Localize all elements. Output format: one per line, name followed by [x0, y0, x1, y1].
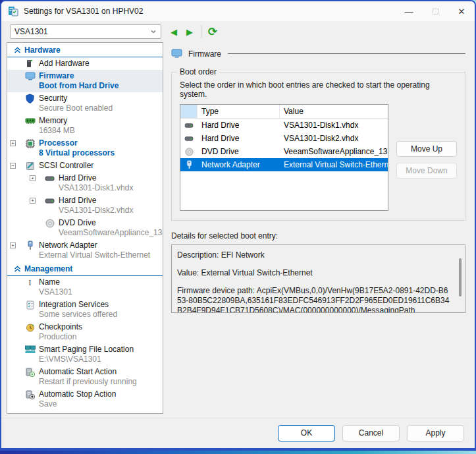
memory-icon: [24, 116, 36, 126]
item-sub: Secure Boot enabled: [39, 103, 113, 113]
hard-drive-icon: [44, 173, 55, 183]
smart-paging-icon: [24, 345, 36, 355]
details-scrollbar[interactable]: [459, 258, 462, 297]
item-label: DVD Drive: [59, 218, 163, 228]
navigate-forward-button[interactable]: ▶: [186, 28, 193, 36]
value-column-header[interactable]: Value: [280, 105, 388, 118]
chevron-down-icon: [150, 28, 157, 35]
boot-order-table[interactable]: Type Value Hard Drive VSA1301-Disk1.vhdx…: [180, 104, 388, 211]
sidebar-item-security[interactable]: Security Secure Boot enabled: [7, 92, 163, 115]
maximize-button: [422, 1, 448, 21]
sidebar-item-smart-paging[interactable]: Smart Paging File Location E:\VMS\VSA130…: [7, 343, 163, 366]
sidebar-item-hard-drive-2[interactable]: + Hard Drive VSA1301-Disk2.vhdx: [7, 194, 163, 217]
sidebar-item-add-hardware[interactable]: Add Hardware: [7, 57, 163, 70]
automatic-stop-icon: [24, 389, 36, 399]
collapse-chevron-icon[interactable]: [14, 266, 21, 273]
minimize-button[interactable]: —: [396, 1, 422, 21]
boot-entry-network-adapter[interactable]: Network Adapter External Virtual Switch-…: [180, 158, 388, 171]
item-sub: Restart if previously running: [39, 377, 137, 387]
processor-icon: [24, 138, 36, 148]
collapse-chevron-icon[interactable]: [14, 47, 21, 54]
vm-toolbar: VSA1301 ◀ ▶ ⟳: [1, 21, 475, 42]
dialog-footer: OK Cancel Apply: [1, 418, 475, 448]
move-down-button[interactable]: Move Down: [396, 163, 457, 179]
sidebar-item-memory[interactable]: Memory 16384 MB: [7, 115, 163, 137]
boot-entry-dvd-drive[interactable]: DVD Drive VeeamSoftwareAppliance_13.0.1.…: [180, 145, 388, 158]
header-rule: [228, 53, 465, 54]
sidebar-item-network-adapter[interactable]: + Network Adapter External Virtual Switc…: [7, 239, 163, 262]
icon-column-header: [180, 105, 198, 118]
sidebar-item-integration-services[interactable]: Integration Services Some services offer…: [7, 298, 163, 321]
details-description: Description: EFI Network: [177, 250, 450, 260]
scsi-controller-icon: [24, 161, 36, 171]
item-sub: Save: [39, 399, 116, 409]
sidebar-item-automatic-stop[interactable]: Automatic Stop Action Save: [7, 388, 163, 411]
item-label: Firmware: [39, 71, 119, 81]
section-management[interactable]: Management: [7, 262, 163, 276]
collapse-icon[interactable]: −: [10, 163, 16, 169]
sidebar-item-checkpoints[interactable]: Checkpoints Production: [7, 321, 163, 343]
move-up-button[interactable]: Move Up: [396, 141, 457, 157]
refresh-button[interactable]: ⟳: [208, 26, 217, 38]
boot-entry-type: DVD Drive: [198, 145, 280, 158]
title-bar[interactable]: Settings for VSA1301 on HPHV02 — ✕: [1, 1, 475, 21]
item-sub: E:\VMS\VSA1301: [39, 355, 134, 364]
window-title: Settings for VSA1301 on HPHV02: [24, 7, 143, 16]
item-label: Network Adapter: [39, 241, 150, 250]
item-sub: 8 Virtual processors: [39, 148, 115, 158]
details-box[interactable]: Description: EFI Network Value: External…: [171, 244, 465, 313]
item-label: Name: [39, 277, 72, 287]
ok-button[interactable]: OK: [278, 425, 335, 441]
sidebar-item-firmware[interactable]: Firmware Boot from Hard Drive: [7, 70, 163, 92]
item-label: Hard Drive: [59, 173, 133, 183]
item-sub: Production: [39, 332, 82, 342]
settings-nav-sidebar[interactable]: Hardware Add Hardware Firmware Boot from…: [7, 42, 163, 414]
cancel-button[interactable]: Cancel: [342, 425, 400, 441]
boot-entry-value: VSA1301-Disk2.vhdx: [280, 132, 388, 145]
boot-entry-value: VeeamSoftwareAppliance_13.0.1.18...: [280, 145, 388, 158]
item-sub: VSA1301-Disk1.vhdx: [59, 183, 133, 193]
item-label: Processor: [39, 138, 115, 148]
item-sub: External Virtual Switch-Ethernet: [39, 250, 150, 260]
group-label: Boot order: [177, 67, 219, 76]
item-label: Checkpoints: [39, 322, 82, 332]
item-label: Integration Services: [39, 300, 117, 310]
boot-entry-type: Network Adapter: [198, 158, 280, 171]
settings-content-panel: Firmware Boot order Select the order in …: [163, 42, 467, 414]
boot-entry-hard-drive-1[interactable]: Hard Drive VSA1301-Disk1.vhdx: [180, 119, 388, 132]
expand-icon[interactable]: +: [10, 140, 16, 146]
details-label: Details for selected boot entry:: [171, 231, 465, 241]
item-sub: VSA1301: [39, 287, 72, 297]
checkpoints-icon: [24, 322, 36, 332]
boot-order-group: Boot order Select the order in which boo…: [171, 72, 465, 221]
close-button[interactable]: ✕: [448, 1, 475, 21]
item-sub: VeeamSoftwareAppliance_13....: [59, 228, 163, 238]
expand-icon[interactable]: +: [10, 242, 16, 248]
item-sub: Some services offered: [39, 310, 117, 320]
apply-button[interactable]: Apply: [407, 425, 464, 441]
sidebar-item-automatic-start[interactable]: Automatic Start Action Restart if previo…: [7, 366, 163, 388]
boot-entry-value: External Virtual Switch-Ethernet: [280, 158, 388, 171]
item-sub: VSA1301-Disk2.vhdx: [59, 206, 133, 215]
vm-selector-value: VSA1301: [14, 27, 48, 36]
vm-selector-dropdown[interactable]: VSA1301: [10, 24, 161, 39]
type-column-header[interactable]: Type: [198, 105, 280, 118]
boot-entry-type: Hard Drive: [198, 132, 280, 145]
sidebar-item-scsi-controller[interactable]: − SCSI Controller: [7, 159, 163, 172]
sidebar-item-name[interactable]: I Name VSA1301: [7, 276, 163, 298]
dvd-drive-icon: [44, 218, 55, 228]
toolbar-separator: [201, 26, 201, 38]
expand-icon[interactable]: +: [30, 198, 36, 204]
expand-icon[interactable]: +: [30, 175, 36, 181]
sidebar-item-dvd-drive[interactable]: DVD Drive VeeamSoftwareAppliance_13....: [7, 217, 163, 239]
boot-entry-hard-drive-2[interactable]: Hard Drive VSA1301-Disk2.vhdx: [180, 132, 388, 145]
sidebar-item-processor[interactable]: + Processor 8 Virtual processors: [7, 137, 163, 159]
item-label: Smart Paging File Location: [39, 345, 134, 355]
hard-drive-icon: [184, 136, 194, 142]
sidebar-item-hard-drive-1[interactable]: + Hard Drive VSA1301-Disk1.vhdx: [7, 172, 163, 194]
automatic-start-icon: [24, 367, 36, 377]
item-label: Automatic Stop Action: [39, 389, 116, 399]
navigate-back-button[interactable]: ◀: [171, 28, 177, 36]
add-hardware-icon: [24, 59, 36, 69]
section-hardware[interactable]: Hardware: [7, 43, 163, 57]
